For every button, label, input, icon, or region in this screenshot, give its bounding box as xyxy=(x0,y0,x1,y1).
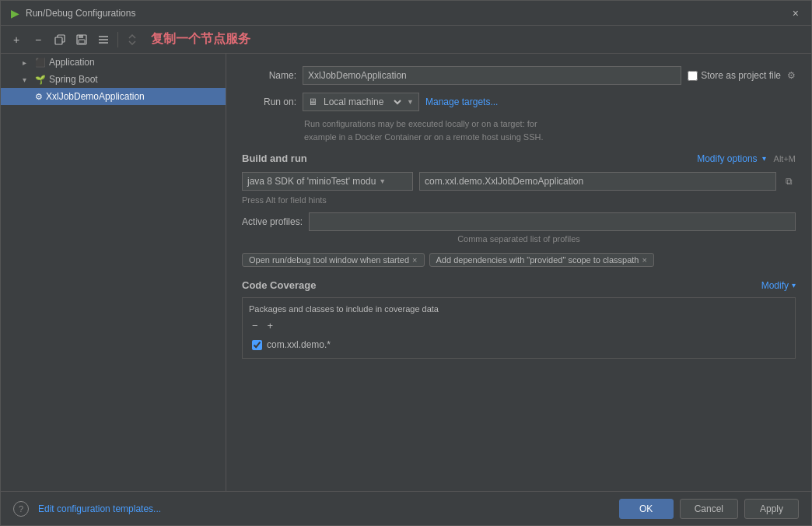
sort-button[interactable] xyxy=(123,30,142,49)
main-content: ▸ ⬛ Application ▾ 🌱 Spring Boot ⚙ XxlJob… xyxy=(1,54,811,491)
store-gear-icon[interactable]: ⚙ xyxy=(787,70,796,81)
springboot-icon: 🌱 xyxy=(35,75,46,85)
cancel-button[interactable]: Cancel xyxy=(680,499,738,519)
store-project-checkbox[interactable] xyxy=(688,71,698,81)
tag1-close-icon[interactable]: × xyxy=(412,255,417,265)
build-run-title: Build and run xyxy=(242,153,307,164)
svg-rect-7 xyxy=(99,42,108,44)
code-coverage-section: Code Coverage Modify ▾ Packages and clas… xyxy=(242,279,796,359)
tree-xxljob-item[interactable]: ⚙ XxlJobDemoApplication xyxy=(1,88,226,105)
springboot-expand-icon: ▾ xyxy=(23,75,32,84)
svg-rect-3 xyxy=(79,35,83,38)
dialog-title: Run/Debug Configurations xyxy=(26,8,788,19)
run-on-row: Run on: 🖥 Local machine ▼ Manage targets… xyxy=(242,93,796,111)
tag-open-window: Open run/debug tool window when started … xyxy=(242,253,425,267)
modify-options-chevron: ▾ xyxy=(762,154,766,163)
field-hint: Press Alt for field hints xyxy=(242,195,796,205)
right-panel: Name: Store as project file ⚙ Run on: 🖥 … xyxy=(226,54,811,491)
remove-button[interactable]: − xyxy=(29,30,47,49)
run-on-label: Run on: xyxy=(242,96,296,107)
modify-link[interactable]: Modify xyxy=(761,280,789,291)
ok-button[interactable]: OK xyxy=(619,499,674,519)
modify-chevron-icon: ▾ xyxy=(792,281,796,289)
coverage-add-btn[interactable]: + xyxy=(264,318,277,333)
sdk-label: java 8 SDK of 'minioTest' modu xyxy=(247,176,376,187)
store-project-label: Store as project file xyxy=(688,70,781,81)
left-panel: ▸ ⬛ Application ▾ 🌱 Spring Boot ⚙ XxlJob… xyxy=(1,54,226,491)
dialog-buttons: OK Cancel Apply xyxy=(619,499,799,519)
svg-rect-6 xyxy=(99,39,108,40)
tags-row: Open run/debug tool window when started … xyxy=(242,253,796,267)
local-machine-dropdown[interactable]: 🖥 Local machine ▼ xyxy=(303,93,419,111)
help-icon[interactable]: ? xyxy=(13,501,29,517)
dropdown-arrow-icon: ▼ xyxy=(407,98,414,106)
close-button[interactable]: × xyxy=(788,5,803,21)
title-bar: ▶ Run/Debug Configurations × xyxy=(1,1,811,26)
copy-button[interactable] xyxy=(51,30,69,49)
tree-springboot-parent[interactable]: ▾ 🌱 Spring Boot xyxy=(1,71,226,88)
code-coverage-title: Code Coverage xyxy=(242,279,316,291)
sdk-dropdown-arrow: ▼ xyxy=(379,177,386,185)
xxljob-icon: ⚙ xyxy=(35,92,43,102)
active-profiles-label: Active profiles: xyxy=(242,216,303,227)
name-row: Name: Store as project file ⚙ xyxy=(242,66,796,85)
expand-icon: ▸ xyxy=(23,58,32,67)
tag-dependencies: Add dependencies with "provided" scope t… xyxy=(429,253,654,267)
modify-options-container: Modify options ▾ Alt+M xyxy=(697,153,796,164)
code-coverage-header: Code Coverage Modify ▾ xyxy=(242,279,796,291)
run-debug-dialog: ▶ Run/Debug Configurations × + − xyxy=(0,0,812,526)
coverage-toolbar: − + xyxy=(249,318,789,333)
svg-rect-1 xyxy=(55,37,62,44)
application-label: Application xyxy=(49,57,95,68)
build-run-header: Build and run Modify options ▾ Alt+M xyxy=(242,153,796,164)
edit-templates-link[interactable]: Edit configuration templates... xyxy=(38,503,161,514)
modify-container: Modify ▾ xyxy=(761,280,796,291)
svg-rect-5 xyxy=(99,36,108,37)
coverage-remove-btn[interactable]: − xyxy=(249,318,261,333)
coverage-item-checkbox[interactable] xyxy=(252,340,262,350)
annotation-text: 复制一个节点服务 xyxy=(151,31,250,47)
local-machine-icon: 🖥 xyxy=(308,96,317,107)
xxljob-label: XxlJobDemoApplication xyxy=(46,91,145,102)
application-icon: ⬛ xyxy=(35,58,46,68)
tree-application-item[interactable]: ▸ ⬛ Application xyxy=(1,54,226,71)
springboot-label: Spring Boot xyxy=(49,74,98,85)
shortcut-hint: Alt+M xyxy=(774,154,796,163)
apply-button[interactable]: Apply xyxy=(744,499,799,519)
main-class-copy-button[interactable]: ⧉ xyxy=(782,174,796,188)
add-button[interactable]: + xyxy=(7,30,26,49)
save-button[interactable] xyxy=(72,30,91,49)
move-button[interactable] xyxy=(94,30,113,49)
toolbar-separator xyxy=(117,32,118,47)
bottom-panel: ? Edit configuration templates... OK Can… xyxy=(1,491,811,525)
name-label: Name: xyxy=(242,70,296,81)
toolbar: + − xyxy=(1,26,811,54)
name-input[interactable] xyxy=(303,66,681,85)
modify-options-link[interactable]: Modify options xyxy=(697,153,757,164)
svg-rect-4 xyxy=(79,40,85,44)
build-run-row: java 8 SDK of 'minioTest' modu ▼ ⧉ xyxy=(242,172,796,191)
run-description: Run configurations may be executed local… xyxy=(304,117,796,143)
coverage-item-text: com.xxl.demo.* xyxy=(267,339,331,350)
coverage-item: com.xxl.demo.* xyxy=(249,338,789,352)
bottom-left: ? Edit configuration templates... xyxy=(13,501,161,517)
local-machine-select[interactable]: Local machine xyxy=(320,96,404,108)
sdk-dropdown[interactable]: java 8 SDK of 'minioTest' modu ▼ xyxy=(242,172,413,191)
main-class-input[interactable] xyxy=(419,172,776,191)
coverage-box: Packages and classes to include in cover… xyxy=(242,297,796,359)
profiles-hint: Comma separated list of profiles xyxy=(242,234,796,244)
active-profiles-row: Active profiles: xyxy=(242,212,796,231)
dialog-icon: ▶ xyxy=(9,7,21,19)
coverage-box-header: Packages and classes to include in cover… xyxy=(249,304,789,314)
tag2-close-icon[interactable]: × xyxy=(642,255,647,265)
manage-targets-link[interactable]: Manage targets... xyxy=(425,96,498,107)
active-profiles-input[interactable] xyxy=(309,212,796,231)
